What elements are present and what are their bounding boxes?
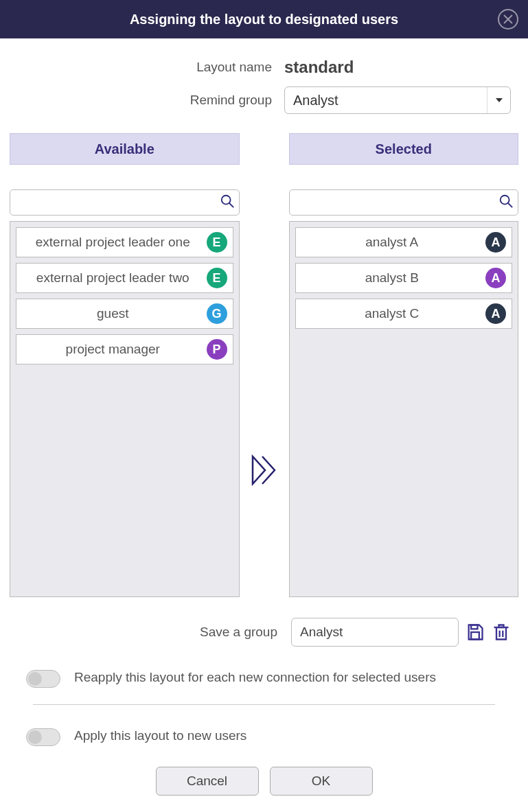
list-item-label: analyst A bbox=[365, 234, 418, 251]
layout-name-label: Layout name bbox=[10, 60, 284, 75]
available-list: external project leader one E external p… bbox=[10, 221, 240, 597]
apply-new-toggle[interactable] bbox=[26, 728, 60, 746]
available-search[interactable] bbox=[10, 189, 240, 216]
selected-header: Selected bbox=[289, 133, 519, 165]
dialog-buttons: Cancel OK bbox=[10, 767, 518, 796]
list-item[interactable]: analyst B A bbox=[295, 263, 513, 293]
reapply-toggle-label: Reapply this layout for each new connect… bbox=[74, 669, 436, 687]
close-icon bbox=[503, 14, 514, 25]
trash-icon bbox=[492, 623, 511, 642]
search-icon[interactable] bbox=[220, 194, 235, 211]
remind-group-row: Remind group bbox=[10, 86, 518, 114]
chevron-down-icon bbox=[496, 98, 503, 102]
list-item[interactable]: project manager P bbox=[16, 334, 233, 364]
available-search-input[interactable] bbox=[17, 196, 220, 209]
selected-list: analyst A A analyst B A analyst C A bbox=[289, 221, 519, 597]
list-item-label: external project leader one bbox=[36, 234, 190, 251]
list-item[interactable]: guest G bbox=[16, 299, 233, 329]
cancel-button[interactable]: Cancel bbox=[156, 767, 259, 796]
list-item-label: guest bbox=[97, 305, 128, 322]
layout-name-value: standard bbox=[284, 58, 354, 77]
svg-rect-6 bbox=[471, 625, 477, 629]
divider bbox=[33, 704, 495, 705]
user-badge: A bbox=[485, 303, 506, 324]
svg-rect-7 bbox=[471, 632, 479, 640]
user-badge: E bbox=[207, 268, 227, 288]
remind-group-combo[interactable] bbox=[284, 86, 511, 114]
remind-group-label: Remind group bbox=[10, 93, 284, 108]
list-item[interactable]: analyst A A bbox=[295, 227, 513, 257]
apply-new-toggle-row: Apply this layout to new users bbox=[10, 727, 518, 746]
search-icon[interactable] bbox=[498, 194, 514, 211]
reapply-toggle-row: Reapply this layout for each new connect… bbox=[10, 669, 518, 688]
remind-group-input[interactable] bbox=[285, 90, 487, 111]
user-badge: G bbox=[207, 303, 227, 324]
svg-line-5 bbox=[508, 203, 512, 207]
list-item-label: project manager bbox=[66, 341, 160, 358]
user-badge: P bbox=[207, 339, 227, 360]
dialog-titlebar: Assigning the layout to designated users bbox=[0, 0, 528, 38]
user-badge: A bbox=[485, 268, 506, 288]
list-item[interactable]: external project leader two E bbox=[16, 263, 233, 293]
list-item-label: external project leader two bbox=[36, 270, 190, 286]
user-badge: E bbox=[207, 232, 227, 253]
move-right-button[interactable] bbox=[250, 454, 279, 489]
svg-point-4 bbox=[501, 196, 509, 205]
ok-button[interactable]: OK bbox=[270, 767, 373, 796]
delete-group-button[interactable] bbox=[492, 623, 511, 642]
available-header: Available bbox=[10, 133, 240, 165]
save-group-button[interactable] bbox=[466, 623, 485, 642]
save-group-label: Save a group bbox=[10, 625, 291, 640]
available-column: Available external project leader one E … bbox=[10, 133, 240, 597]
reapply-toggle[interactable] bbox=[26, 670, 60, 688]
transfer-controls bbox=[240, 133, 289, 597]
selected-search[interactable] bbox=[289, 189, 519, 216]
save-group-row: Save a group bbox=[10, 618, 518, 647]
layout-name-row: Layout name standard bbox=[10, 58, 518, 77]
apply-new-toggle-label: Apply this layout to new users bbox=[74, 727, 246, 745]
svg-line-3 bbox=[229, 203, 233, 207]
selected-column: Selected analyst A A analyst B A analyst… bbox=[289, 133, 519, 597]
double-chevron-right-icon bbox=[250, 454, 279, 487]
user-badge: A bbox=[485, 232, 506, 253]
save-group-input[interactable] bbox=[291, 618, 459, 647]
dialog-title: Assigning the layout to designated users bbox=[130, 12, 398, 27]
list-item-label: analyst C bbox=[365, 305, 419, 322]
list-item-label: analyst B bbox=[365, 270, 419, 286]
list-item[interactable]: analyst C A bbox=[295, 299, 513, 329]
svg-point-2 bbox=[221, 196, 230, 205]
selected-search-input[interactable] bbox=[297, 196, 499, 209]
save-icon bbox=[466, 623, 485, 642]
remind-group-caret[interactable] bbox=[487, 87, 510, 113]
close-button[interactable] bbox=[498, 9, 518, 30]
list-item[interactable]: external project leader one E bbox=[16, 227, 233, 257]
